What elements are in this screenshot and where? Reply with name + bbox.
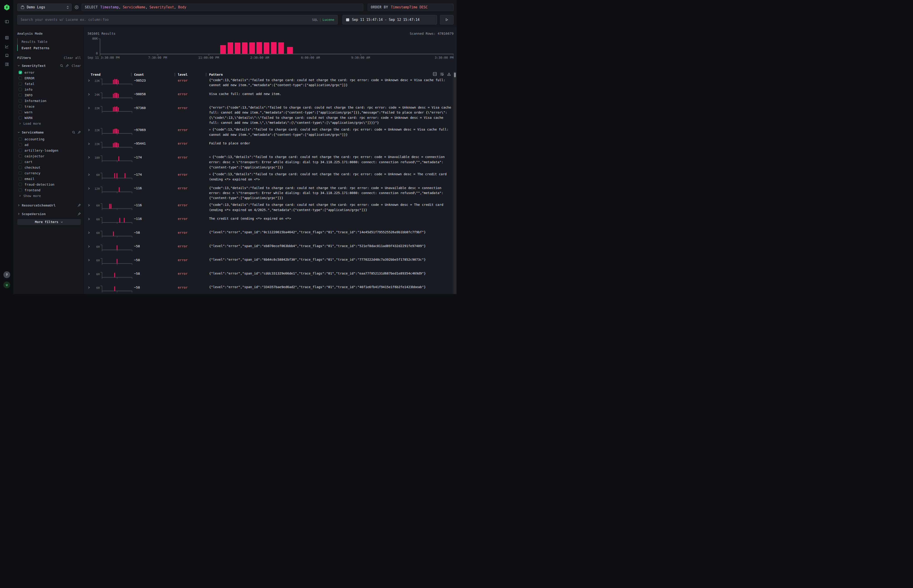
- filter-option-info[interactable]: INFO: [17, 92, 81, 98]
- code-icon[interactable]: [433, 72, 437, 76]
- row-expander-icon[interactable]: [86, 92, 92, 96]
- pattern-row[interactable]: 22K~97069error× {"code":13,"details":"fa…: [84, 126, 453, 140]
- histogram-bar[interactable]: [249, 42, 255, 54]
- row-expander-icon[interactable]: [86, 244, 92, 248]
- checkbox-unchecked[interactable]: [19, 105, 22, 108]
- histogram-bar[interactable]: [242, 42, 248, 54]
- pattern-row[interactable]: 60~58error{"level":"error","span_id":"33…: [84, 284, 453, 294]
- column-resize-handle[interactable]: [131, 73, 132, 76]
- checkbox-unchecked[interactable]: [19, 166, 22, 169]
- row-expander-icon[interactable]: [86, 142, 92, 145]
- pattern-row[interactable]: 22K~97360error{"error":{"code":13,"detai…: [84, 105, 453, 126]
- row-expander-icon[interactable]: [86, 231, 92, 234]
- checkbox-unchecked[interactable]: [19, 177, 22, 181]
- filter-option-information[interactable]: Information: [17, 98, 81, 103]
- pattern-row[interactable]: 22K~95441errorFailed to place order: [84, 140, 453, 154]
- pattern-row[interactable]: 60~58error{"level":"error","span_id":"eb…: [84, 243, 453, 257]
- row-expander-icon[interactable]: [86, 258, 92, 262]
- pattern-row[interactable]: 60~58error{"level":"error","span_id":"0c…: [84, 229, 453, 243]
- checkbox-unchecked[interactable]: [19, 149, 22, 152]
- histogram-bar[interactable]: [235, 43, 240, 54]
- time-range-picker[interactable]: Sep 11 15:47:14 - Sep 12 15:47:14: [342, 15, 437, 24]
- order-by-editor[interactable]: ORDER BY TimestampTime DESC: [367, 3, 453, 11]
- source-settings-button[interactable]: [72, 3, 82, 11]
- select-clause-editor[interactable]: SELECT Timestamp, ServiceName, SeverityT…: [82, 3, 363, 11]
- search-icon[interactable]: [72, 131, 76, 134]
- histogram-bar[interactable]: [287, 47, 293, 54]
- filter-option-error[interactable]: ERROR: [17, 75, 81, 81]
- histogram-bar[interactable]: [278, 42, 284, 54]
- filter-option-frontend[interactable]: frontend: [17, 187, 81, 193]
- search-logs-icon[interactable]: [5, 36, 9, 40]
- checkbox-unchecked[interactable]: [19, 88, 22, 91]
- hyperdx-logo-icon[interactable]: [4, 4, 10, 10]
- filter-option-checkout[interactable]: checkout: [17, 165, 81, 170]
- pattern-row[interactable]: 24K~98058errorVisa cache full: cannot ad…: [84, 91, 453, 105]
- checkbox-unchecked[interactable]: [19, 137, 22, 141]
- filter-option-info[interactable]: info: [17, 87, 81, 92]
- language-sql[interactable]: SQL: [312, 18, 318, 21]
- histogram-bar[interactable]: [264, 42, 269, 54]
- user-avatar[interactable]: U: [3, 281, 10, 288]
- pin-icon[interactable]: [77, 212, 81, 216]
- pattern-row[interactable]: 60~58error{"level":"error","span_id":"cd…: [84, 270, 453, 284]
- language-lucene[interactable]: Lucene: [322, 18, 334, 21]
- wrap-lines-icon[interactable]: [440, 72, 444, 76]
- histogram-bar[interactable]: [271, 42, 277, 54]
- checkbox-checked[interactable]: [19, 71, 22, 74]
- filter-group-header[interactable]: SeverityTextClear: [17, 64, 81, 68]
- checkbox-unchecked[interactable]: [19, 188, 22, 192]
- filter-option-fraud-detection[interactable]: fraud-detection: [17, 182, 81, 187]
- show-more[interactable]: Show more: [17, 193, 81, 199]
- load-more[interactable]: Load more: [17, 121, 81, 126]
- row-expander-icon[interactable]: [86, 106, 92, 110]
- pin-icon[interactable]: [77, 204, 81, 207]
- row-expander-icon[interactable]: [86, 272, 92, 275]
- row-expander-icon[interactable]: [86, 203, 92, 207]
- filter-option-trace[interactable]: trace: [17, 103, 81, 109]
- scrollbar-thumb[interactable]: [454, 73, 456, 78]
- more-filters-button[interactable]: More filters: [17, 219, 81, 225]
- pattern-row[interactable]: 180~174error× {"code":13,"details":"fail…: [84, 154, 453, 171]
- column-header-pattern[interactable]: Pattern: [209, 73, 223, 76]
- checkbox-unchecked[interactable]: [19, 94, 22, 97]
- pin-icon[interactable]: [65, 64, 69, 68]
- pattern-row[interactable]: 22K~98523error{"code":13,"details":"fail…: [84, 77, 453, 91]
- search-input[interactable]: Search your events w/ Lucene ex. column:…: [17, 15, 338, 24]
- pattern-row[interactable]: 60~116errorThe credit card (ending <*> e…: [84, 216, 453, 229]
- row-expander-icon[interactable]: [86, 173, 92, 176]
- dashboards-icon[interactable]: [5, 62, 9, 66]
- collapse-sidebar-icon[interactable]: [5, 19, 9, 24]
- pattern-row[interactable]: 60~174error× {"code":13,"details":"faile…: [84, 171, 453, 185]
- help-button[interactable]: ?: [3, 271, 10, 278]
- sessions-icon[interactable]: [5, 53, 9, 58]
- filter-option-cainjector[interactable]: cainjector: [17, 153, 81, 159]
- filter-group-clear[interactable]: Clear: [72, 64, 81, 68]
- download-icon[interactable]: [447, 72, 451, 76]
- histogram-bar[interactable]: [228, 42, 233, 54]
- filter-option-currency[interactable]: currency: [17, 170, 81, 176]
- filter-option-cart[interactable]: cart: [17, 159, 81, 165]
- clear-all-filters[interactable]: Clear all: [64, 56, 81, 60]
- filter-option-warn[interactable]: WARN: [17, 115, 81, 121]
- checkbox-unchecked[interactable]: [19, 82, 22, 86]
- language-toggle[interactable]: SQL|Lucene: [312, 18, 334, 21]
- row-expander-icon[interactable]: [86, 78, 92, 82]
- column-resize-handle[interactable]: [206, 73, 207, 76]
- column-header-count[interactable]: Count: [134, 73, 144, 76]
- analysis-mode-results-table[interactable]: Results Table: [17, 38, 81, 45]
- row-expander-icon[interactable]: [86, 155, 92, 159]
- checkbox-unchecked[interactable]: [19, 171, 22, 175]
- checkbox-unchecked[interactable]: [19, 76, 22, 80]
- live-tail-button[interactable]: [440, 15, 453, 24]
- filter-option-ad[interactable]: ad: [17, 142, 81, 147]
- histogram-bar[interactable]: [256, 42, 262, 54]
- column-resize-handle[interactable]: [175, 73, 175, 76]
- filter-group-header[interactable]: ScopeVersion: [17, 212, 81, 216]
- filter-option-artillery-loadgen[interactable]: artillery-loadgen: [17, 147, 81, 153]
- row-expander-icon[interactable]: [86, 186, 92, 190]
- row-expander-icon[interactable]: [86, 217, 92, 221]
- analysis-mode-event-patterns[interactable]: Event Patterns: [17, 45, 81, 51]
- row-expander-icon[interactable]: [86, 128, 92, 131]
- source-select[interactable]: Demo Logs: [17, 3, 72, 11]
